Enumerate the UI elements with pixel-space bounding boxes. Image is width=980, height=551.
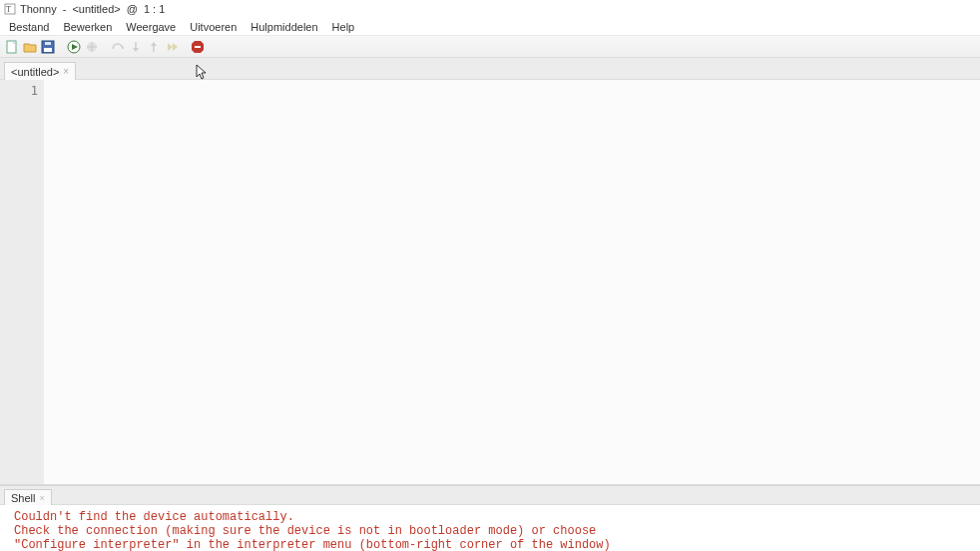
debug-icon[interactable] bbox=[84, 39, 100, 55]
cursor-position: 1 : 1 bbox=[144, 3, 165, 15]
step-over-icon[interactable] bbox=[110, 39, 126, 55]
resume-icon[interactable] bbox=[164, 39, 180, 55]
stop-icon[interactable] bbox=[190, 39, 206, 55]
title-bar: T Thonny - <untitled> @ 1 : 1 bbox=[0, 0, 980, 18]
svg-marker-17 bbox=[168, 43, 173, 51]
save-file-icon[interactable] bbox=[40, 39, 56, 55]
app-logo-icon: T bbox=[4, 3, 16, 15]
svg-text:T: T bbox=[6, 5, 11, 14]
title-sep: - bbox=[61, 3, 69, 15]
editor-tab-bar: <untitled> × bbox=[0, 58, 980, 80]
svg-rect-6 bbox=[45, 42, 51, 45]
step-out-icon[interactable] bbox=[146, 39, 162, 55]
title-at: @ bbox=[125, 3, 140, 15]
shell-tab-label: Shell bbox=[11, 492, 35, 504]
close-icon[interactable]: × bbox=[63, 67, 69, 77]
menu-uitvoeren[interactable]: Uitvoeren bbox=[183, 19, 244, 35]
document-name: <untitled> bbox=[72, 3, 120, 15]
menu-help[interactable]: Help bbox=[325, 19, 362, 35]
shell-line: Check the connection (making sure the de… bbox=[14, 525, 966, 539]
menu-weergave[interactable]: Weergave bbox=[119, 19, 183, 35]
shell-line: "Configure interpreter" in the interpret… bbox=[14, 539, 966, 551]
svg-marker-18 bbox=[173, 43, 178, 51]
svg-marker-14 bbox=[133, 48, 139, 52]
shell-tab[interactable]: Shell × bbox=[4, 489, 52, 505]
shell-output[interactable]: Couldn't find the device automatically. … bbox=[0, 505, 980, 551]
shell-tab-bar: Shell × bbox=[0, 485, 980, 505]
toolbar bbox=[0, 36, 980, 58]
editor-tab[interactable]: <untitled> × bbox=[4, 62, 76, 80]
menu-bestand[interactable]: Bestand bbox=[2, 19, 56, 35]
svg-rect-20 bbox=[195, 46, 201, 48]
run-icon[interactable] bbox=[66, 39, 82, 55]
close-icon[interactable]: × bbox=[39, 493, 44, 503]
line-number: 1 bbox=[0, 84, 38, 98]
step-into-icon[interactable] bbox=[128, 39, 144, 55]
line-gutter: 1 bbox=[0, 80, 44, 484]
editor-area: 1 bbox=[0, 80, 980, 485]
code-editor[interactable] bbox=[44, 80, 980, 484]
open-file-icon[interactable] bbox=[22, 39, 38, 55]
svg-marker-16 bbox=[151, 42, 157, 46]
menu-bewerken[interactable]: Bewerken bbox=[56, 19, 119, 35]
menu-hulpmiddelen[interactable]: Hulpmiddelen bbox=[244, 19, 324, 35]
svg-rect-5 bbox=[44, 48, 52, 52]
app-name: Thonny bbox=[20, 3, 57, 15]
new-file-icon[interactable] bbox=[4, 39, 20, 55]
editor-tab-label: <untitled> bbox=[11, 66, 59, 78]
shell-line: Couldn't find the device automatically. bbox=[14, 511, 966, 525]
menu-bar: Bestand Bewerken Weergave Uitvoeren Hulp… bbox=[0, 18, 980, 36]
